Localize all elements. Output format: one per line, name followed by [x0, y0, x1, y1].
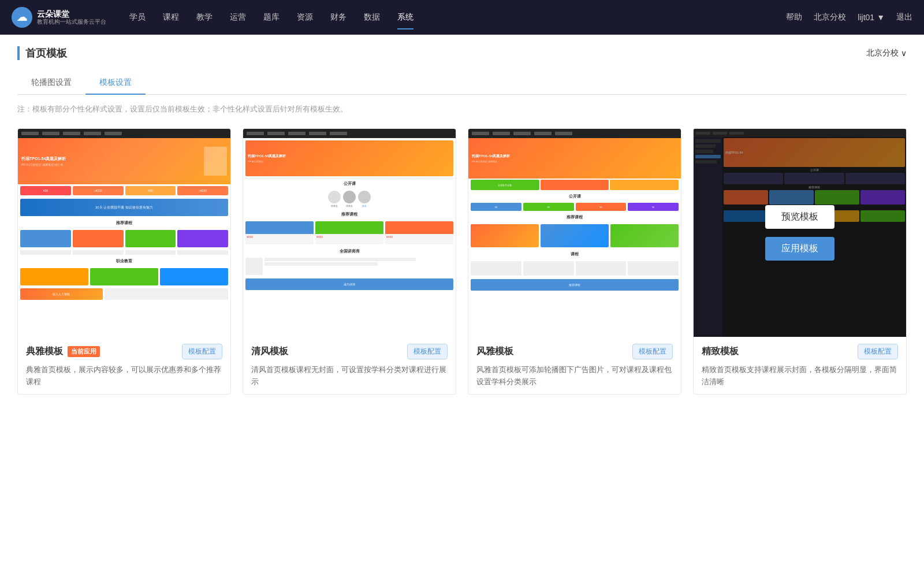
badge-current: 当前应用: [68, 346, 100, 357]
main-nav: 学员 课程 教学 运营 题库 资源 财务 数据 系统: [129, 10, 786, 25]
tab-template[interactable]: 模板设置: [85, 72, 146, 95]
template-card-jingzhi[interactable]: 托福TPO1-54 公开课 推荐课程: [693, 128, 907, 395]
template-footer-qingfeng: 清风模板 模板配置 清风首页模板课程无封面，可设置按学科分类对课程进行展示: [243, 337, 456, 394]
template-grid: 托福TPO1-54真题及解析 PP·IA·口语笔记·满课笔记·词汇书 ¥30 +…: [17, 128, 907, 395]
template-desc-jingzhi: 精致首页模板支持课程展示封面，各模板分隔明显，界面简洁清晰: [702, 364, 898, 388]
template-card-dianyi[interactable]: 托福TPO1-54真题及解析 PP·IA·口语笔记·满课笔记·词汇书 ¥30 +…: [17, 128, 231, 395]
template-name-fengya: 风雅模板: [476, 346, 513, 358]
template-preview-qingfeng: 托福TPO1-54真题及解析 PP·IA·口语笔记 公开课 讲师名: [243, 129, 456, 337]
apply-template-btn[interactable]: 应用模板: [765, 237, 834, 261]
navbar-right: 帮助 北京分校 lijt01 ▼ 退出: [786, 12, 912, 23]
template-name-row-dianyi: 典雅模板 当前应用 模板配置: [26, 344, 222, 359]
logo-text: 云朵课堂 教育机构一站式服务云平台: [37, 9, 106, 26]
template-desc-dianyi: 典雅首页模板，展示内容较多，可以展示优惠券和多个推荐课程: [26, 364, 222, 388]
nav-courses[interactable]: 课程: [163, 10, 179, 25]
navbar: ☁ 云朵课堂 教育机构一站式服务云平台 学员 课程 教学 运营 题库 资源 财务…: [0, 0, 924, 35]
preview-template-btn[interactable]: 预览模板: [765, 205, 834, 229]
tab-carousel[interactable]: 轮播图设置: [17, 72, 85, 95]
page-title: 首页模板: [17, 46, 67, 60]
template-overlay-jingzhi: 预览模板 应用模板: [694, 129, 906, 337]
config-btn-jingzhi[interactable]: 模板配置: [858, 344, 898, 359]
nav-teaching[interactable]: 教学: [196, 10, 213, 25]
chevron-down-icon: ∨: [901, 49, 907, 58]
logo[interactable]: ☁ 云朵课堂 教育机构一站式服务云平台: [12, 7, 106, 28]
template-preview-dianyi: 托福TPO1-54真题及解析 PP·IA·口语笔记·满课笔记·词汇书 ¥30 +…: [18, 129, 230, 337]
config-btn-dianyi[interactable]: 模板配置: [182, 344, 222, 359]
page-header: 首页模板 北京分校 ∨: [17, 46, 907, 60]
help-link[interactable]: 帮助: [786, 12, 802, 23]
config-btn-fengya[interactable]: 模板配置: [632, 344, 673, 359]
template-name-jingzhi: 精致模板: [702, 346, 739, 358]
logout-link[interactable]: 退出: [896, 12, 912, 23]
nav-questions[interactable]: 题库: [263, 10, 280, 25]
template-preview-fengya: 托福TPO1-54真题及解析 PP·IA·口语笔记·满课笔记 全国备学金额 公开…: [468, 129, 681, 337]
nav-resources[interactable]: 资源: [297, 10, 313, 25]
branch-label[interactable]: 北京分校: [814, 12, 846, 23]
template-preview-jingzhi: 托福TPO1-54 公开课 推荐课程: [694, 129, 906, 337]
tabs: 轮播图设置 模板设置: [17, 72, 907, 95]
nav-data[interactable]: 数据: [364, 10, 380, 25]
config-btn-qingfeng[interactable]: 模板配置: [407, 344, 448, 359]
template-footer-dianyi: 典雅模板 当前应用 模板配置 典雅首页模板，展示内容较多，可以展示优惠券和多个推…: [18, 337, 230, 394]
template-card-fengya[interactable]: 托福TPO1-54真题及解析 PP·IA·口语笔记·满课笔记 全国备学金额 公开…: [468, 128, 681, 395]
logo-icon: ☁: [12, 7, 32, 28]
chevron-down-icon: ▼: [877, 13, 885, 22]
logo-sub: 教育机构一站式服务云平台: [37, 18, 106, 25]
template-name-row-qingfeng: 清风模板 模板配置: [251, 344, 448, 359]
branch-selector[interactable]: 北京分校 ∨: [866, 48, 907, 58]
page-container: 首页模板 北京分校 ∨ 轮播图设置 模板设置 注：模板有部分个性化样式设置，设置…: [0, 35, 924, 572]
template-desc-fengya: 风雅首页模板可添加轮播图下广告图片，可对课程及课程包设置学科分类展示: [476, 364, 673, 388]
logo-main: 云朵课堂: [37, 9, 106, 19]
template-name-dianyi: 典雅模板 当前应用: [26, 346, 100, 358]
template-name-qingfeng: 清风模板: [251, 346, 288, 358]
nav-finance[interactable]: 财务: [330, 10, 346, 25]
template-desc-qingfeng: 清风首页模板课程无封面，可设置按学科分类对课程进行展示: [251, 364, 448, 388]
note-text: 注：模板有部分个性化样式设置，设置后仅当前模板生效；非个性化样式设置后针对所有模…: [17, 104, 907, 114]
template-name-row-jingzhi: 精致模板 模板配置: [702, 344, 898, 359]
branch-selector-label: 北京分校: [866, 48, 899, 58]
nav-system[interactable]: 系统: [397, 10, 413, 25]
template-card-qingfeng[interactable]: 托福TPO1-54真题及解析 PP·IA·口语笔记 公开课 讲师名: [243, 128, 456, 395]
username: lijt01: [858, 13, 874, 22]
template-footer-jingzhi: 精致模板 模板配置 精致首页模板支持课程展示封面，各模板分隔明显，界面简洁清晰: [694, 337, 906, 394]
template-footer-fengya: 风雅模板 模板配置 风雅首页模板可添加轮播图下广告图片，可对课程及课程包设置学科…: [468, 337, 681, 394]
user-menu[interactable]: lijt01 ▼: [858, 13, 885, 22]
nav-operations[interactable]: 运营: [230, 10, 246, 25]
nav-students[interactable]: 学员: [129, 10, 146, 25]
template-name-row-fengya: 风雅模板 模板配置: [476, 344, 673, 359]
